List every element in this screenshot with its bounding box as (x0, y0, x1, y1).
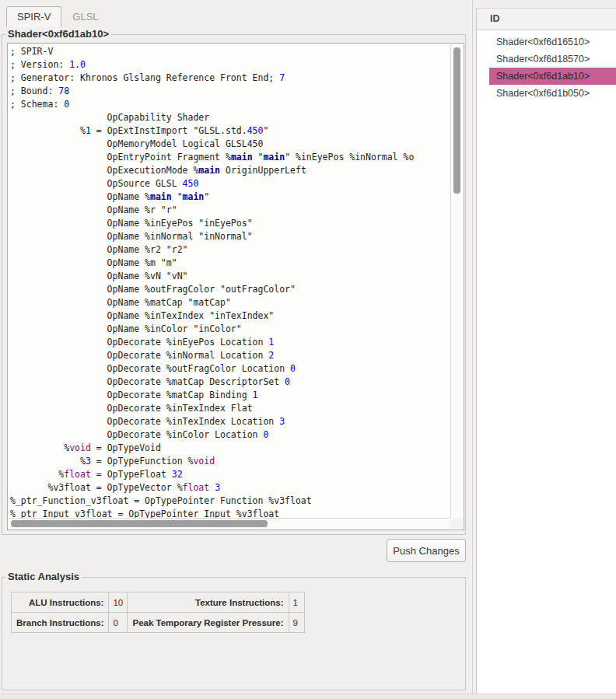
code-line: OpName %r2 "r2" (10, 243, 450, 257)
code-line: OpDecorate %matCap Binding 1 (10, 389, 450, 402)
code-line: OpEntryPoint Fragment %main "main" %inEy… (10, 151, 450, 164)
code-line: OpDecorate %inColor Location 0 (10, 428, 450, 442)
table-row: ALU Instructions: 10 Texture Instruction… (12, 592, 305, 613)
horizontal-scrollbar-thumb[interactable] (11, 520, 268, 527)
code-line: %3 = OpTypeFunction %void (10, 455, 450, 468)
scrollbar-corner (450, 518, 463, 529)
tab-spirv[interactable]: SPIR-V (6, 6, 61, 27)
code-line: ; Generator: Khronos Glslang Reference F… (10, 72, 450, 85)
code-line: OpSource GLSL 450 (10, 177, 450, 190)
code-line: OpName %main "main" (10, 190, 450, 204)
code-line: OpName %outFragColor "outFragColor" (10, 283, 450, 296)
code-line: OpName %inNormal "inNormal" (10, 230, 450, 243)
vertical-scrollbar-thumb[interactable] (453, 47, 460, 194)
code-line: %void = OpTypeVoid (10, 442, 450, 455)
table-row: Branch Instructions: 0 Peak Temporary Re… (12, 613, 305, 633)
code-line: ; Schema: 0 (10, 98, 450, 111)
tab-bar: SPIR-V GLSL (6, 6, 110, 27)
code-line: ; SPIR-V (10, 45, 450, 58)
branch-instructions-label: Branch Instructions: (12, 613, 109, 633)
code-line: %_ptr_Function_v3float = OpTypePointer F… (10, 495, 450, 508)
code-line: OpName %r "r" (10, 204, 450, 217)
shader-list: Shader<0xf6d16510>Shader<0xf6d18570>Shad… (477, 30, 616, 102)
spirv-disassembly-text[interactable]: ; SPIR-V; Version: 1.0; Generator: Khron… (8, 44, 450, 518)
code-line: ; Version: 1.0 (10, 58, 450, 72)
alu-instructions-value: 10 (109, 592, 128, 613)
horizontal-scrollbar[interactable] (9, 518, 450, 529)
tab-glsl[interactable]: GLSL (61, 6, 109, 27)
static-analysis-groupbox: Static Analysis ALU Instructions: 10 Tex… (2, 577, 466, 690)
list-item[interactable]: Shader<0xf6d1b050> (477, 85, 616, 102)
shader-groupbox: Shader<0xf6d1ab10> ; SPIR-V; Version: 1.… (2, 34, 466, 535)
code-line: OpDecorate %inNormal Location 2 (10, 349, 450, 362)
code-line: %v3float = OpTypeVector %float 3 (10, 481, 450, 495)
code-line: OpExecutionMode %main OriginUpperLeft (10, 164, 450, 177)
push-changes-button[interactable]: Push Changes (387, 539, 466, 562)
code-line: OpMemoryModel Logical GLSL450 (10, 138, 450, 151)
static-analysis-title: Static Analysis (5, 571, 82, 582)
window-footer (0, 694, 616, 699)
code-line: OpDecorate %matCap DescriptorSet 0 (10, 376, 450, 389)
shader-list-panel: ID Shader<0xf6d16510>Shader<0xf6d18570>S… (476, 8, 616, 694)
code-line: OpName %inEyePos "inEyePos" (10, 217, 450, 230)
code-line: OpName %m "m" (10, 257, 450, 270)
static-analysis-table: ALU Instructions: 10 Texture Instruction… (11, 592, 305, 633)
code-line: %_ptr_Input_v3float = OpTypePointer Inpu… (10, 508, 450, 518)
spirv-code-editor[interactable]: ; SPIR-V; Version: 1.0; Generator: Khron… (7, 43, 464, 530)
texture-instructions-value: 1 (289, 592, 304, 613)
code-line: OpName %inColor "inColor" (10, 323, 450, 336)
code-line: OpCapability Shader (10, 111, 450, 124)
texture-instructions-label: Texture Instructions: (128, 592, 289, 613)
code-line: OpDecorate %inTexIndex Flat (10, 402, 450, 415)
alu-instructions-label: ALU Instructions: (12, 592, 109, 613)
code-line: OpName %inTexIndex "inTexIndex" (10, 309, 450, 323)
code-line: %float = OpTypeFloat 32 (10, 468, 450, 481)
peak-register-pressure-label: Peak Temporary Register Pressure: (128, 613, 289, 633)
shader-groupbox-title: Shader<0xf6d1ab10> (5, 28, 111, 40)
panel-splitter[interactable] (472, 0, 473, 694)
code-line: OpDecorate %outFragColor Location 0 (10, 362, 450, 376)
list-item[interactable]: Shader<0xf6d18570> (477, 51, 616, 68)
code-line: ; Bound: 78 (10, 85, 450, 98)
code-line: OpDecorate %inEyePos Location 1 (10, 336, 450, 349)
list-item[interactable]: Shader<0xf6d16510> (477, 33, 616, 51)
code-line: %1 = OpExtInstImport "GLSL.std.450" (10, 124, 450, 138)
code-line: OpName %vN "vN" (10, 270, 450, 283)
vertical-scrollbar[interactable] (450, 44, 463, 518)
code-line: OpName %matCap "matCap" (10, 296, 450, 309)
peak-register-pressure-value: 9 (289, 613, 304, 633)
list-item[interactable]: Shader<0xf6d1ab10> (489, 68, 616, 85)
shader-editor-panel: SPIR-V GLSL Shader<0xf6d1ab10> ; SPIR-V;… (0, 0, 473, 699)
code-line: OpDecorate %inTexIndex Location 3 (10, 415, 450, 428)
branch-instructions-value: 0 (109, 613, 128, 633)
shader-list-header: ID (477, 9, 616, 30)
